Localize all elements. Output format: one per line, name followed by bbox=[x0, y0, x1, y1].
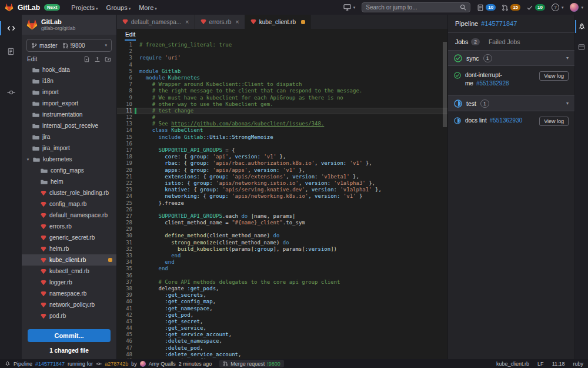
code-line-20[interactable]: 20 apps: { group: 'apis/apps', version: … bbox=[117, 167, 447, 174]
code-line-24[interactable]: 24 networking: { group: 'apis/networking… bbox=[117, 193, 447, 200]
editor-tab-kube_client.rb[interactable]: kube_client.rb bbox=[245, 15, 311, 29]
code-line-49[interactable]: 49 :create_config_map, bbox=[117, 358, 447, 359]
tree-file-cluster_role_binding.rb[interactable]: cluster_role_binding.rb bbox=[22, 187, 116, 198]
code-line-42[interactable]: 42 :get_pod, bbox=[117, 312, 447, 319]
code-line-17[interactable]: 17 SUPPORTED_API_GROUPS = { bbox=[117, 147, 447, 154]
code-line-14[interactable]: 14 class KubeClient bbox=[117, 127, 447, 134]
tree-folder-import[interactable]: import bbox=[22, 87, 116, 98]
tree-file-pod.rb[interactable]: pod.rb bbox=[22, 310, 116, 321]
help-menu[interactable]: ?▾ bbox=[552, 4, 564, 11]
view-log-button[interactable]: View log bbox=[539, 117, 569, 126]
statusbar-pipeline-id[interactable]: #145771847 bbox=[35, 361, 65, 367]
tree-folder-instrumentation[interactable]: instrumentation bbox=[22, 109, 116, 120]
code-line-10[interactable]: 10 # other way to use the Kubeclient gem… bbox=[117, 101, 447, 108]
monitor-icon[interactable]: ▾ bbox=[343, 4, 356, 11]
code-line-27[interactable]: 27 SUPPORTED_API_GROUPS.each do |name, p… bbox=[117, 213, 447, 220]
code-line-29[interactable]: 29 bbox=[117, 226, 447, 233]
merge-request-chip[interactable]: Merge request !9800 bbox=[219, 360, 284, 367]
tree-folder-jira[interactable]: jira bbox=[22, 131, 116, 142]
stage-header-test[interactable]: test1▾ bbox=[448, 95, 574, 111]
code-line-4[interactable]: 4 bbox=[117, 62, 447, 68]
code-line-25[interactable]: 25 }.freeze bbox=[117, 200, 447, 207]
statusbar-eol[interactable]: LF bbox=[537, 361, 544, 367]
tree-folder-internal_post_receive[interactable]: internal_post_receive bbox=[22, 120, 116, 131]
branch-selector[interactable]: master !9800 ▾ bbox=[26, 39, 112, 52]
code-line-34[interactable]: 34 end bbox=[117, 259, 447, 266]
job-id-link[interactable]: #551362930 bbox=[490, 117, 523, 124]
code-line-37[interactable]: 37 # Core API methods delegates to the c… bbox=[117, 279, 447, 286]
code-line-28[interactable]: 28 client_method_name = "#{name}_client"… bbox=[117, 220, 447, 226]
new-folder-icon[interactable] bbox=[105, 56, 111, 62]
code-line-19[interactable]: 19 rbac: { group: 'apis/rbac.authorizati… bbox=[117, 160, 447, 167]
brand-title[interactable]: GitLab bbox=[18, 4, 40, 12]
tab-jobs[interactable]: Jobs 2 bbox=[455, 38, 480, 45]
pipelines-icon[interactable] bbox=[575, 19, 588, 34]
code-line-16[interactable]: 16 bbox=[117, 141, 447, 147]
code-line-31[interactable]: 31 strong_memoize(client_method_name) do bbox=[117, 240, 447, 246]
commit-button[interactable]: Commit... bbox=[28, 329, 111, 342]
upload-file-icon[interactable] bbox=[94, 56, 101, 62]
code-line-3[interactable]: 3require 'uri' bbox=[117, 55, 447, 61]
tree-file-kubectl_cmd.rb[interactable]: kubectl_cmd.rb bbox=[22, 266, 116, 277]
tab-edit-mode[interactable]: Edit bbox=[125, 31, 136, 41]
tree-file-namespace.rb[interactable]: namespace.rb bbox=[22, 288, 116, 299]
pipeline-id-link[interactable]: #145771847 bbox=[481, 20, 517, 27]
code-line-21[interactable]: 21 extensions: { group: 'apis/extensions… bbox=[117, 174, 447, 180]
tree-folder-i18n[interactable]: i18n bbox=[22, 75, 116, 87]
tree-folder-helm[interactable]: helm bbox=[22, 176, 116, 187]
tree-file-generic_secret.rb[interactable]: generic_secret.rb bbox=[22, 232, 116, 243]
code-line-5[interactable]: 5module Gitlab bbox=[117, 68, 447, 75]
tree-file-config_map.rb[interactable]: config_map.rb bbox=[22, 198, 116, 210]
code-line-18[interactable]: 18 core: { group: 'api', version: 'v1' }… bbox=[117, 154, 447, 160]
code-line-22[interactable]: 22 istio: { group: 'apis/networking.isti… bbox=[117, 180, 447, 187]
review-mode-icon[interactable] bbox=[0, 42, 22, 60]
code-line-41[interactable]: 41 :get_namespace, bbox=[117, 306, 447, 312]
code-line-44[interactable]: 44 :get_service, bbox=[117, 325, 447, 331]
commit-mode-icon[interactable] bbox=[0, 84, 22, 101]
editor-tab-errors.rb[interactable]: errors.rb× bbox=[195, 15, 245, 29]
tree-file-default_namespace.rb[interactable]: default_namespace.rb bbox=[22, 210, 116, 221]
live-preview-icon[interactable] bbox=[575, 39, 588, 55]
code-line-15[interactable]: 15 include Gitlab::Utils::StrongMemoize bbox=[117, 134, 447, 141]
nav-menu-groups[interactable]: Groups▾ bbox=[106, 4, 131, 11]
statusbar-language[interactable]: ruby bbox=[573, 361, 583, 367]
code-line-39[interactable]: 39 :get_secrets, bbox=[117, 292, 447, 299]
code-line-9[interactable]: 9 # We must have a kubeclient for each A… bbox=[117, 95, 447, 101]
close-icon[interactable]: × bbox=[235, 18, 239, 25]
project-header[interactable]: GitLab gitlab-org/gitlab bbox=[22, 15, 116, 35]
code-line-48[interactable]: 48 :delete_service_account, bbox=[117, 352, 447, 358]
code-line-12[interactable]: 12 # bbox=[117, 114, 447, 121]
statusbar-file-name[interactable]: kube_client.rb bbox=[496, 361, 529, 367]
tree-file-kube_client.rb[interactable]: kube_client.rb bbox=[22, 254, 116, 266]
code-line-35[interactable]: 35 end bbox=[117, 266, 447, 272]
new-file-icon[interactable] bbox=[83, 56, 90, 62]
tree-folder-jira_import[interactable]: jira_import bbox=[22, 142, 116, 154]
search-box[interactable] bbox=[362, 2, 470, 12]
code-line-33[interactable]: 33 end bbox=[117, 253, 447, 259]
code-line-2[interactable]: 2 bbox=[117, 48, 447, 55]
code-line-46[interactable]: 46 :delete_namespace, bbox=[117, 338, 447, 344]
nav-menu-more[interactable]: More▾ bbox=[139, 4, 157, 11]
merge-requests-indicator[interactable]: 15 bbox=[502, 4, 520, 11]
stage-header-sync[interactable]: sync1▾ bbox=[448, 50, 574, 66]
code-line-1[interactable]: 1# frozen_string_literal: true bbox=[117, 42, 447, 48]
code-line-38[interactable]: 38 delegate :get_pods, bbox=[117, 286, 447, 292]
nav-menu-projects[interactable]: Projects▾ bbox=[71, 4, 98, 11]
code-line-11[interactable]: 11 # test change bbox=[117, 108, 447, 114]
user-menu[interactable]: ▾ bbox=[570, 3, 583, 12]
code-line-30[interactable]: 30 define_method(client_method_name) do bbox=[117, 233, 447, 239]
code-line-36[interactable]: 36 bbox=[117, 273, 447, 279]
job-id-link[interactable]: #551362928 bbox=[476, 80, 509, 87]
close-icon[interactable]: × bbox=[185, 18, 189, 25]
code-line-40[interactable]: 40 :get_config_map, bbox=[117, 299, 447, 305]
code-editor[interactable]: 1# frozen_string_literal: true23require … bbox=[117, 41, 447, 359]
code-line-26[interactable]: 26 bbox=[117, 207, 447, 213]
view-log-button[interactable]: View log bbox=[539, 71, 569, 81]
code-line-43[interactable]: 43 :get_secret, bbox=[117, 319, 447, 325]
tab-failed-jobs[interactable]: Failed Jobs bbox=[489, 38, 520, 45]
editor-scrollbar[interactable] bbox=[443, 42, 447, 127]
tree-folder-config_maps[interactable]: config_maps bbox=[22, 165, 116, 176]
tree-folder-hook_data[interactable]: hook_data bbox=[22, 64, 116, 75]
gitlab-logo-icon[interactable] bbox=[5, 4, 14, 12]
edit-mode-icon[interactable] bbox=[0, 19, 22, 37]
